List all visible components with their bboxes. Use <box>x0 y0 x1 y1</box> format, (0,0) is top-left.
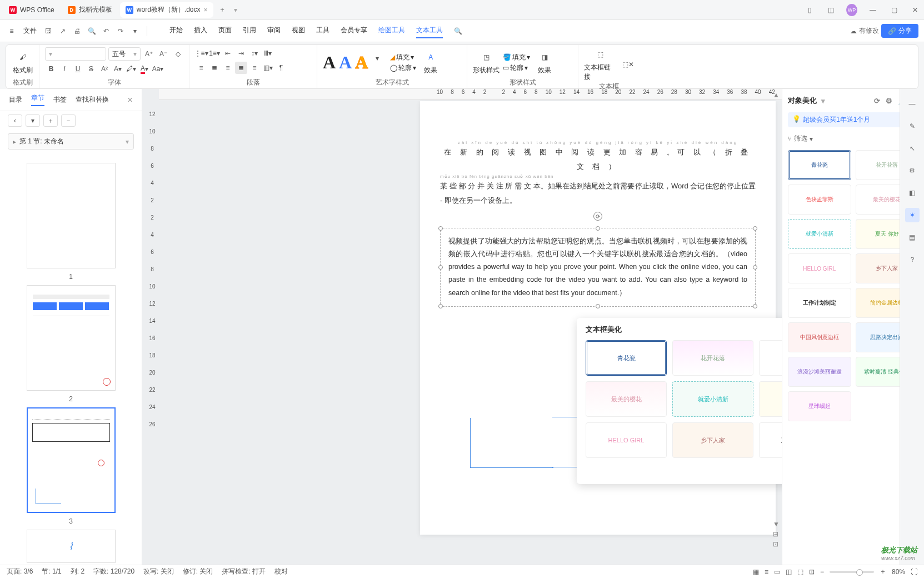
tab-templates[interactable]: D 找稻壳模板 <box>62 2 118 18</box>
gear-icon[interactable]: ⚙ <box>886 97 892 105</box>
text-outline-button[interactable]: ◯轮廓▾ <box>390 63 416 73</box>
popup-card[interactable]: HELLO GIRL <box>586 422 667 458</box>
new-tab-dropdown-icon[interactable]: ▾ <box>229 3 242 17</box>
minimize-icon[interactable]: — <box>867 6 878 14</box>
wordart-style-3[interactable]: A <box>355 52 368 73</box>
side-beautify-icon[interactable]: ✶ <box>905 208 920 222</box>
quick-dropdown-icon[interactable]: ▾ <box>129 25 141 37</box>
status-section[interactable]: 节: 1/1 <box>42 567 61 576</box>
status-rev[interactable]: 改写: 关闭 <box>143 567 174 576</box>
side-book-icon[interactable]: ▤ <box>905 230 920 245</box>
save-icon[interactable]: 🖫 <box>42 25 54 37</box>
strike-button[interactable]: S <box>85 63 97 75</box>
bold-button[interactable]: B <box>45 63 57 75</box>
rightpane-card[interactable]: 工作计划制定 <box>788 288 851 318</box>
side-select-icon[interactable]: ↖ <box>905 141 920 156</box>
cloud-status[interactable]: ☁有修改 <box>850 26 879 36</box>
status-track[interactable]: 修订: 关闭 <box>183 567 213 576</box>
reader-icon[interactable]: ▯ <box>804 6 815 14</box>
preview-icon[interactable]: 🔍 <box>86 25 98 37</box>
rightpane-card[interactable]: 星球崛起 <box>788 391 851 421</box>
menu-shitu[interactable]: 视图 <box>292 23 305 38</box>
menu-huiyuan[interactable]: 会员专享 <box>341 23 367 38</box>
text-fill-button[interactable]: ◢填充▾ <box>390 53 416 62</box>
italic-button[interactable]: I <box>58 63 71 75</box>
handle-l[interactable] <box>438 265 443 270</box>
popup-card[interactable]: 花开花落 <box>672 340 753 376</box>
menu-yemian[interactable]: 页面 <box>218 23 232 38</box>
zoom-value[interactable]: 80% <box>892 568 905 576</box>
underline-button[interactable]: U <box>72 63 84 75</box>
text-effect-button[interactable]: A效果 <box>419 50 442 75</box>
textbox-link-button[interactable]: ⬚文本框链接 <box>584 47 617 82</box>
shape-style-button[interactable]: ◳形状样式 <box>473 50 500 75</box>
superscript-icon[interactable]: A² <box>98 63 111 75</box>
status-chars[interactable]: 字数: 128/720 <box>93 567 134 576</box>
navtab-mulu[interactable]: 目录 <box>9 95 22 104</box>
number-list-icon[interactable]: 1≡▾ <box>208 47 221 59</box>
side-collapse-icon[interactable]: — <box>905 97 920 111</box>
hamburger-icon[interactable]: ≡ <box>6 27 18 35</box>
tab-app[interactable]: W WPS Office <box>3 2 60 18</box>
tab-close-icon[interactable]: × <box>204 6 208 14</box>
font-size-select[interactable]: 五号▾ <box>108 47 141 61</box>
nav-expand-button[interactable]: ▾ <box>26 114 40 127</box>
menu-shenyue[interactable]: 审阅 <box>267 23 281 38</box>
indent-icon[interactable]: ⇥ <box>235 47 247 59</box>
scroll-up-icon[interactable]: ▲ <box>773 91 780 99</box>
wordart-more-icon[interactable]: ▾ <box>371 52 383 64</box>
navtab-zhangjie[interactable]: 章节 <box>31 93 44 106</box>
align-center-icon[interactable]: ≣ <box>208 62 221 74</box>
navpane-close-icon[interactable]: ✕ <box>127 96 133 104</box>
avatar[interactable]: WP <box>846 4 857 16</box>
nav-add-button[interactable]: ＋ <box>43 114 58 127</box>
distribute-icon[interactable]: ≡ <box>248 62 261 74</box>
zoom-out-icon[interactable]: − <box>820 568 824 576</box>
print-icon[interactable]: 🖨 <box>71 25 83 37</box>
clear-format-icon[interactable]: ◇ <box>172 48 184 60</box>
wordart-style-2[interactable]: A <box>339 52 352 73</box>
popup-card[interactable]: 乡下人家 <box>672 422 753 458</box>
tab-document[interactable]: W word教程（新）.docx × <box>120 2 213 18</box>
cube-icon[interactable]: ◫ <box>825 6 836 14</box>
page-up-icon[interactable]: ⊟ <box>773 530 780 538</box>
textbox-break-icon[interactable]: ⬚✕ <box>622 58 634 71</box>
status-spell[interactable]: 拼写检查: 打开 <box>222 567 266 576</box>
bullet-list-icon[interactable]: ⋮≡▾ <box>195 47 207 59</box>
case-button[interactable]: Aa▾ <box>152 63 164 75</box>
status-page[interactable]: 页面: 3/6 <box>7 567 33 576</box>
file-menu[interactable]: 文件 <box>23 26 37 36</box>
popup-card[interactable]: 色块孟菲斯 <box>759 340 782 376</box>
popup-card[interactable]: 就爱小清新 <box>672 381 753 417</box>
thumbnail-1[interactable] <box>27 163 116 268</box>
text-effect-icon[interactable]: A▾ <box>112 63 124 75</box>
view-fullwidth-icon[interactable]: ⬚ <box>797 568 803 576</box>
shape-effect-button[interactable]: ◨效果 <box>533 50 556 75</box>
highlight-icon[interactable]: 🖍▾ <box>125 63 137 75</box>
vertical-ruler[interactable]: 121086422468101214161820222426 <box>146 100 159 565</box>
horizontal-ruler[interactable]: 1086422468101214161820222426283032343638… <box>159 89 782 100</box>
menu-huitu[interactable]: 绘图工具 <box>378 23 405 38</box>
share-button[interactable]: 🔗分享 <box>881 24 918 38</box>
shape-fill-button[interactable]: 🪣填充▾ <box>503 53 530 62</box>
thumbnail-3[interactable] <box>27 407 116 513</box>
side-help-icon[interactable]: ？ <box>905 252 920 267</box>
status-proof[interactable]: 校对 <box>274 567 288 576</box>
view-web-icon[interactable]: ◫ <box>786 568 792 576</box>
view-read-icon[interactable]: ▭ <box>774 568 780 576</box>
menu-charu[interactable]: 插入 <box>194 23 207 38</box>
zoom-slider[interactable] <box>830 571 874 573</box>
fullscreen-icon[interactable]: ⛶ <box>911 568 917 576</box>
view-fit-icon[interactable]: ⊡ <box>809 568 815 576</box>
scroll-down-icon[interactable]: ▼ <box>773 520 780 528</box>
align-right-icon[interactable]: ≡ <box>222 62 234 74</box>
side-pen-icon[interactable]: ✎ <box>905 119 920 133</box>
maximize-icon[interactable]: ▢ <box>888 6 900 14</box>
handle-t[interactable] <box>596 226 600 231</box>
menu-wenben[interactable]: 文本工具 <box>416 23 443 38</box>
filter-dropdown[interactable]: ⑂筛选 ▾ <box>788 132 918 146</box>
export-icon[interactable]: ↗ <box>57 25 69 37</box>
refresh-icon[interactable]: ⟳ <box>874 97 880 105</box>
menu-kaishi[interactable]: 开始 <box>169 23 183 38</box>
thumbnail-2[interactable] <box>27 285 116 391</box>
